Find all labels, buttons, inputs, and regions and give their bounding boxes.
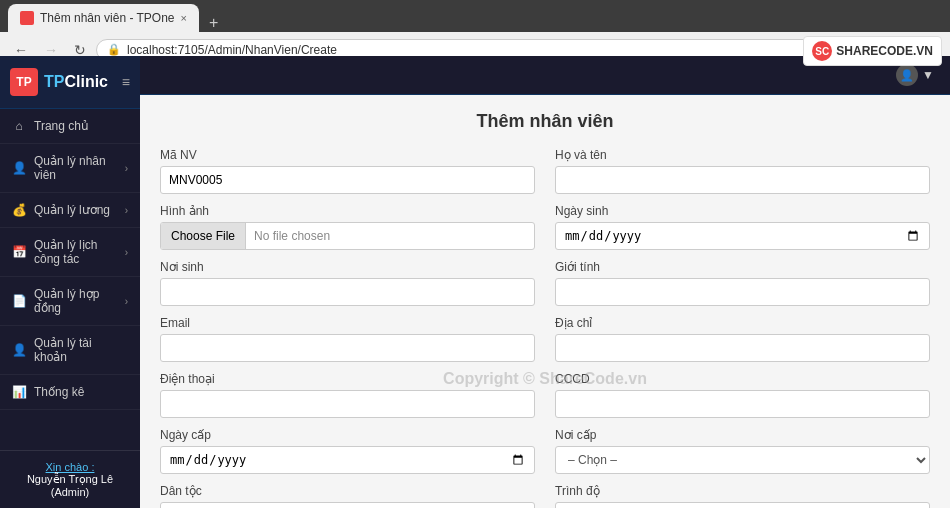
sidebar-item-thong-ke[interactable]: 📊 Thống kê: [0, 375, 140, 410]
label-trinh-do: Trình độ: [555, 484, 930, 498]
sidebar-item-quan-ly-nhan-vien[interactable]: 👤 Quản lý nhân viên ›: [0, 144, 140, 193]
salary-icon: 💰: [12, 203, 26, 217]
file-choose-btn[interactable]: Choose File: [161, 223, 246, 249]
calendar-icon: 📅: [12, 245, 26, 259]
label-noi-sinh: Nơi sinh: [160, 260, 535, 274]
form-group-dan-toc: Dân tộc – Chọn –: [160, 484, 535, 508]
sidebar-item-tai-khoan[interactable]: 👤 Quản lý tài khoản: [0, 326, 140, 375]
input-dien-thoai[interactable]: [160, 390, 535, 418]
admin-name: Nguyễn Trọng Lê (Admin): [12, 473, 128, 498]
sidebar-item-label-thong-ke: Thống kê: [34, 385, 84, 399]
home-icon: ⌂: [12, 119, 26, 133]
tab-favicon: [20, 11, 34, 25]
app-main: 👤 ▼ Thêm nhân viên Mã NV Họ và tên: [140, 56, 950, 508]
person-icon: 👤: [12, 161, 26, 175]
label-dia-chi: Địa chỉ: [555, 316, 930, 330]
sidebar-nav: ⌂ Trang chủ 👤 Quản lý nhân viên › 💰 Quản…: [0, 109, 140, 450]
form-group-cccd: CCCD: [555, 372, 930, 418]
sidebar-item-label-hop-dong: Quản lý hợp đồng: [34, 287, 117, 315]
label-ho-va-ten: Họ và tên: [555, 148, 930, 162]
input-ngay-cap[interactable]: [160, 446, 535, 474]
form-group-ma-nv: Mã NV: [160, 148, 535, 194]
input-ho-va-ten[interactable]: [555, 166, 930, 194]
sidebar-item-label-luong: Quản lý lương: [34, 203, 110, 217]
contract-icon: 📄: [12, 294, 26, 308]
sidebar-footer: Xin chào : Nguyễn Trọng Lê (Admin): [0, 450, 140, 508]
form-group-trinh-do: Trình độ – Chọn –: [555, 484, 930, 508]
user-avatar: 👤: [896, 64, 918, 86]
sidebar-logo: TP TPClinic ≡: [0, 56, 140, 109]
form-group-email: Email: [160, 316, 535, 362]
select-dan-toc[interactable]: – Chọn –: [160, 502, 535, 508]
arrow-icon-luong: ›: [125, 205, 128, 216]
label-dan-toc: Dân tộc: [160, 484, 535, 498]
label-cccd: CCCD: [555, 372, 930, 386]
sidebar-item-quan-ly-luong[interactable]: 💰 Quản lý lương ›: [0, 193, 140, 228]
user-dropdown-arrow: ▼: [922, 68, 934, 82]
input-noi-sinh[interactable]: [160, 278, 535, 306]
sidebar-item-lich-cong-tac[interactable]: 📅 Quản lý lịch công tác ›: [0, 228, 140, 277]
select-trinh-do[interactable]: – Chọn –: [555, 502, 930, 508]
label-gioi-tinh: Giới tính: [555, 260, 930, 274]
file-input-wrapper: Choose File No file chosen: [160, 222, 535, 250]
logo-icon: TP: [10, 68, 38, 96]
input-dia-chi[interactable]: [555, 334, 930, 362]
page-title: Thêm nhân viên: [160, 111, 930, 132]
form-group-dia-chi: Địa chỉ: [555, 316, 930, 362]
form-group-ngay-cap: Ngày cấp: [160, 428, 535, 474]
input-ma-nv[interactable]: [160, 166, 535, 194]
lock-icon: 🔒: [107, 43, 121, 56]
label-ma-nv: Mã NV: [160, 148, 535, 162]
form-group-hinh-anh: Hình ảnh Choose File No file chosen: [160, 204, 535, 250]
form-group-noi-cap: Nơi cấp – Chọn –: [555, 428, 930, 474]
arrow-icon-lich: ›: [125, 247, 128, 258]
logo-text: TPClinic: [44, 73, 108, 91]
file-name-display: No file chosen: [246, 229, 338, 243]
arrow-icon-hop-dong: ›: [125, 296, 128, 307]
active-tab[interactable]: Thêm nhân viên - TPOne ×: [8, 4, 199, 32]
label-hinh-anh: Hình ảnh: [160, 204, 535, 218]
sidebar-menu-icon[interactable]: ≡: [122, 74, 130, 90]
select-noi-cap[interactable]: – Chọn –: [555, 446, 930, 474]
sidebar-item-label-trang-chu: Trang chủ: [34, 119, 89, 133]
stats-icon: 📊: [12, 385, 26, 399]
greeting-link[interactable]: Xin chào :: [46, 461, 95, 473]
account-icon: 👤: [12, 343, 26, 357]
label-dien-thoai: Điện thoại: [160, 372, 535, 386]
url-text: localhost:7105/Admin/NhanVien/Create: [127, 43, 337, 57]
new-tab-btn[interactable]: +: [203, 14, 224, 32]
sidebar-item-label-lich: Quản lý lịch công tác: [34, 238, 117, 266]
label-email: Email: [160, 316, 535, 330]
form-group-ngay-sinh: Ngày sinh: [555, 204, 930, 250]
input-email[interactable]: [160, 334, 535, 362]
label-noi-cap: Nơi cấp: [555, 428, 930, 442]
sidebar-item-hop-dong[interactable]: 📄 Quản lý hợp đồng ›: [0, 277, 140, 326]
form-group-noi-sinh: Nơi sinh: [160, 260, 535, 306]
input-ngay-sinh[interactable]: [555, 222, 930, 250]
sidebar-item-label-tai-khoan: Quản lý tài khoản: [34, 336, 128, 364]
arrow-icon-nhan-vien: ›: [125, 163, 128, 174]
tab-title: Thêm nhân viên - TPOne: [40, 11, 175, 25]
form-group-gioi-tinh: Giới tính: [555, 260, 930, 306]
form-group-dien-thoai: Điện thoại: [160, 372, 535, 418]
form-group-ho-va-ten: Họ và tên: [555, 148, 930, 194]
sidebar-item-label-nhan-vien: Quản lý nhân viên: [34, 154, 117, 182]
label-ngay-cap: Ngày cấp: [160, 428, 535, 442]
form-grid: Mã NV Họ và tên Hình ảnh Choose File No …: [160, 148, 930, 508]
input-cccd[interactable]: [555, 390, 930, 418]
sidebar: TP TPClinic ≡ ⌂ Trang chủ 👤 Quản lý nhân…: [0, 56, 140, 508]
label-ngay-sinh: Ngày sinh: [555, 204, 930, 218]
header-user[interactable]: 👤 ▼: [896, 64, 934, 86]
input-gioi-tinh[interactable]: [555, 278, 930, 306]
tab-close-btn[interactable]: ×: [181, 12, 187, 24]
top-header: 👤 ▼: [140, 56, 950, 95]
sidebar-item-trang-chu[interactable]: ⌂ Trang chủ: [0, 109, 140, 144]
main-content: Thêm nhân viên Mã NV Họ và tên Hình ảnh …: [140, 95, 950, 508]
